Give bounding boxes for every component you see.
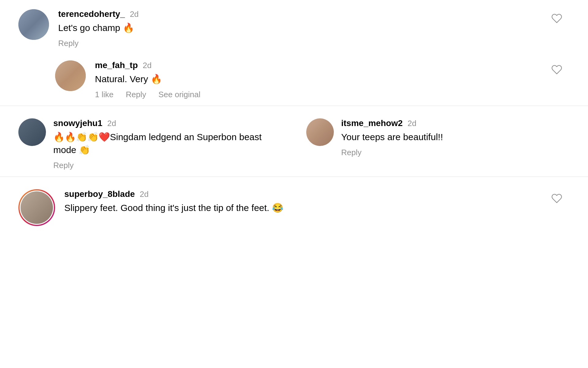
comment-content-mefah: me_fah_tp 2d Natural. Very 🔥 1 like Repl… xyxy=(95,60,570,99)
comment-header-terence: terencedoherty_ 2d xyxy=(58,9,570,19)
comment-actions-terence: Reply xyxy=(58,39,570,48)
comment-content-snowy: snowyjehu1 2d 🔥🔥👏👏❤️Singdam ledgend an S… xyxy=(53,118,282,170)
comment-text-mehow: Your teeps are beautiful!! xyxy=(341,131,570,144)
username-snowy: snowyjehu1 xyxy=(53,118,102,128)
comment-text-superboy: Slippery feet. Good thing it's just the … xyxy=(64,201,570,214)
avatar-mefah xyxy=(55,60,86,91)
avatar-terence xyxy=(18,9,49,40)
reply-button-snowy[interactable]: Reply xyxy=(53,161,74,170)
like-button-mefah[interactable] xyxy=(550,63,564,76)
avatar-mehow xyxy=(306,118,334,146)
avatar-snowy xyxy=(18,118,46,146)
avatar-superboy xyxy=(21,191,53,224)
comment-text-terence: Let's go champ 🔥 xyxy=(58,21,570,34)
comment-actions-mefah: 1 like Reply See original xyxy=(95,90,570,99)
comment-mefah: me_fah_tp 2d Natural. Very 🔥 1 like Repl… xyxy=(0,51,588,102)
comment-content-superboy: superboy_8blade 2d Slippery feet. Good t… xyxy=(64,189,570,219)
like-button-superboy[interactable] xyxy=(550,192,564,205)
username-superboy: superboy_8blade xyxy=(64,189,135,199)
comment-content-terence: terencedoherty_ 2d Let's go champ 🔥 Repl… xyxy=(58,9,570,48)
comment-text-mefah: Natural. Very 🔥 xyxy=(95,73,570,86)
reply-button-mehow[interactable]: Reply xyxy=(341,148,361,157)
two-col-section: snowyjehu1 2d 🔥🔥👏👏❤️Singdam ledgend an S… xyxy=(0,109,588,173)
timestamp-superboy: 2d xyxy=(140,190,149,199)
comment-actions-mehow: Reply xyxy=(341,148,570,157)
section-divider xyxy=(0,105,588,106)
comment-header-mehow: itsme_mehow2 2d xyxy=(341,118,570,128)
comment-content-mehow: itsme_mehow2 2d Your teeps are beautiful… xyxy=(341,118,570,157)
comment-mehow: itsme_mehow2 2d Your teeps are beautiful… xyxy=(294,118,570,170)
section-divider-2 xyxy=(0,176,588,177)
see-original-button-mefah[interactable]: See original xyxy=(158,90,200,99)
likes-count-mefah: 1 like xyxy=(95,90,114,99)
timestamp-mefah: 2d xyxy=(143,61,152,70)
timestamp-snowy: 2d xyxy=(107,119,116,128)
username-mefah: me_fah_tp xyxy=(95,60,138,70)
comment-superboy: superboy_8blade 2d Slippery feet. Good t… xyxy=(0,180,588,229)
comment-header-mefah: me_fah_tp 2d xyxy=(95,60,570,70)
like-button-terence[interactable] xyxy=(550,12,564,25)
comment-snowy: snowyjehu1 2d 🔥🔥👏👏❤️Singdam ledgend an S… xyxy=(18,118,294,170)
timestamp-mehow: 2d xyxy=(408,119,417,128)
comment-actions-snowy: Reply xyxy=(53,161,282,170)
reply-button-terence[interactable]: Reply xyxy=(58,39,78,48)
timestamp-terence: 2d xyxy=(130,10,139,19)
comment-header-superboy: superboy_8blade 2d xyxy=(64,189,570,199)
comment-text-snowy: 🔥🔥👏👏❤️Singdam ledgend an Superbon beast … xyxy=(53,131,282,156)
username-mehow: itsme_mehow2 xyxy=(341,118,403,128)
comments-container: terencedoherty_ 2d Let's go champ 🔥 Repl… xyxy=(0,0,588,229)
reply-button-mefah[interactable]: Reply xyxy=(126,90,146,99)
comment-terence: terencedoherty_ 2d Let's go champ 🔥 Repl… xyxy=(0,0,588,51)
comment-header-snowy: snowyjehu1 2d xyxy=(53,118,282,128)
avatar-ring-superboy xyxy=(18,189,55,226)
username-terence: terencedoherty_ xyxy=(58,9,125,19)
